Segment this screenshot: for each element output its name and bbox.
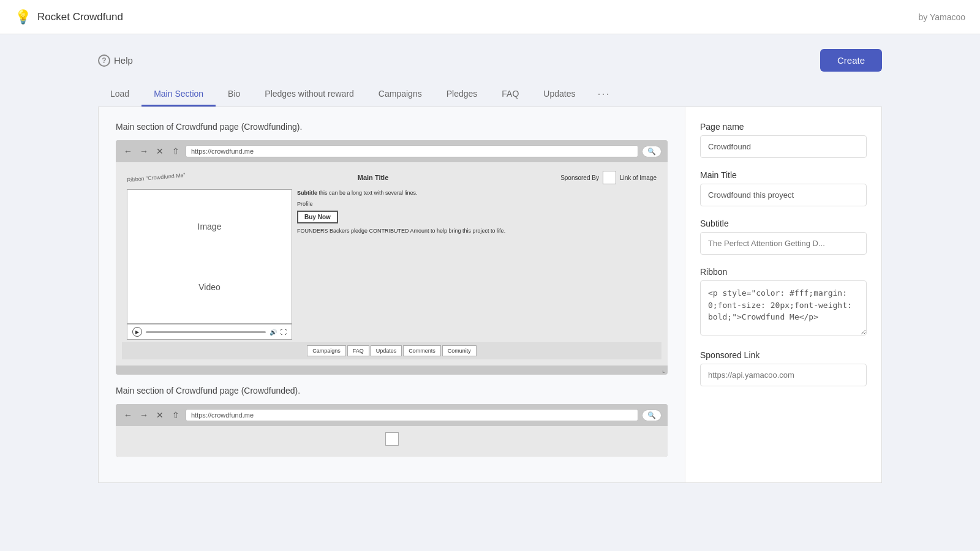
topnav: 💡 Rocket Crowdfund by Yamacoo: [0, 0, 980, 34]
tab-updates[interactable]: Updates: [531, 83, 587, 107]
volume-icon[interactable]: 🔊: [270, 329, 277, 335]
more-tabs-icon[interactable]: ···: [587, 81, 620, 107]
topnav-left: 💡 Rocket Crowdfund: [15, 9, 123, 25]
video-label: Video: [198, 282, 221, 292]
ribbon-label-form: Ribbon: [700, 267, 867, 277]
image-label: Image: [198, 222, 222, 231]
form-group-main-title: Main Title: [700, 170, 867, 206]
back-icon-2[interactable]: ←: [122, 409, 134, 421]
page-name-input[interactable]: [700, 135, 867, 158]
nav-comments[interactable]: Comments: [403, 345, 441, 356]
mockup2-placeholder: [385, 432, 399, 446]
create-button[interactable]: Create: [820, 49, 882, 72]
tabs-row: Load Main Section Bio Pledges without re…: [98, 81, 882, 107]
forward-icon[interactable]: →: [138, 145, 150, 157]
mockup-body: Image Video ▶ 🔊 ⛶: [122, 187, 662, 342]
sponsored-by-label: Sponsored By: [560, 174, 599, 181]
toolbar-row: ? Help Create: [98, 49, 882, 72]
section2-label: Main section of Crowdfund page (Crowdfun…: [116, 386, 668, 395]
browser-search-button[interactable]: 🔍: [642, 146, 662, 157]
browser-toolbar-1: ← → ✕ ⇧ 🔍: [116, 140, 668, 162]
back-icon[interactable]: ←: [122, 145, 134, 157]
browser-url-input[interactable]: [186, 145, 638, 157]
nav-comunity[interactable]: Comunity: [442, 345, 477, 356]
main-title-label: Main Title: [700, 170, 867, 180]
help-label: Help: [114, 55, 133, 66]
left-panel: Main section of Crowdfund page (Crowdfun…: [99, 107, 685, 482]
founders-text: FOUNDERS Backers pledge CONTRIBUTED Amou…: [297, 228, 505, 234]
page-name-label: Page name: [700, 122, 867, 132]
browser-content-1: Ribbon "Crowdfund Me" Main Title Sponsor…: [116, 162, 668, 365]
mockup-header-row: Ribbon "Crowdfund Me" Main Title Sponsor…: [122, 168, 662, 187]
mockup-right: Subtitle this can be a long text with se…: [297, 189, 657, 340]
content-area: Main section of Crowdfund page (Crowdfun…: [98, 107, 882, 483]
close-icon-2[interactable]: ✕: [154, 409, 166, 421]
subtitle-input[interactable]: [700, 232, 867, 255]
subtitle-label: Subtitle: [700, 219, 867, 228]
refresh-icon-2[interactable]: ⇧: [170, 409, 182, 421]
profile-label: Profile: [297, 201, 657, 207]
play-icon[interactable]: ▶: [132, 327, 142, 337]
mockup-image-video-box: Image Video: [127, 189, 292, 324]
brand-label: by Yamacoo: [918, 12, 965, 22]
app-logo-icon: 💡: [15, 9, 31, 25]
section1-label: Main section of Crowdfund page (Crowdfun…: [116, 122, 668, 132]
forward-icon-2[interactable]: →: [138, 409, 150, 421]
form-group-ribbon: Ribbon <p style="color: #fff;margin: 0;f…: [700, 267, 867, 338]
sponsored-box: [603, 171, 616, 184]
subtitle-bold-label: Subtitle: [297, 190, 317, 196]
sponsored-row: Sponsored By Link of Image: [560, 171, 657, 184]
video-controls: ▶ 🔊 ⛶: [127, 324, 292, 340]
tab-pledges[interactable]: Pledges: [434, 83, 490, 107]
link-of-image-label: Link of Image: [620, 174, 657, 181]
tab-faq[interactable]: FAQ: [489, 83, 531, 107]
form-group-page-name: Page name: [700, 122, 867, 158]
ribbon-label: Ribbon "Crowdfund Me": [127, 172, 186, 183]
close-icon[interactable]: ✕: [154, 145, 166, 157]
mockup-inner-1: Ribbon "Crowdfund Me" Main Title Sponsor…: [122, 168, 662, 359]
refresh-icon[interactable]: ⇧: [170, 145, 182, 157]
help-icon: ?: [98, 54, 110, 67]
sponsored-link-input[interactable]: [700, 364, 867, 386]
tab-bio[interactable]: Bio: [216, 83, 252, 107]
nav-updates[interactable]: Updates: [371, 345, 402, 356]
fullscreen-icon[interactable]: ⛶: [281, 329, 287, 335]
resize-handle: ⌞: [116, 365, 668, 375]
form-group-sponsored-link: Sponsored Link: [700, 350, 867, 386]
founders-row: FOUNDERS Backers pledge CONTRIBUTED Amou…: [297, 227, 657, 235]
app-title: Rocket Crowdfund: [37, 11, 123, 23]
buy-now-button[interactable]: Buy Now: [297, 211, 338, 223]
help-button[interactable]: ? Help: [98, 54, 133, 67]
browser-url-input-2[interactable]: [186, 409, 638, 421]
subtitle-text: Subtitle this can be a long text with se…: [297, 189, 657, 197]
tab-main-section[interactable]: Main Section: [141, 83, 216, 107]
main-wrapper: ? Help Create Load Main Section Bio Pled…: [61, 34, 919, 498]
subtitle-body: this can be a long text with several lin…: [317, 190, 418, 196]
tab-pledges-without-reward[interactable]: Pledges without reward: [252, 83, 366, 107]
browser-mockup-1: ← → ✕ ⇧ 🔍 Ribbon "Crowdfund Me" Main Tit…: [116, 140, 668, 375]
mockup-main-title: Main Title: [358, 174, 389, 181]
browser-content-2: [116, 426, 668, 457]
nav-campaigns[interactable]: Campaigns: [307, 345, 346, 356]
ribbon-textarea[interactable]: <p style="color: #fff;margin: 0;font-siz…: [700, 280, 867, 335]
tab-load[interactable]: Load: [98, 83, 141, 107]
nav-faq[interactable]: FAQ: [347, 345, 369, 356]
mockup-nav: Campaigns FAQ Updates Comments Comunity: [122, 342, 662, 359]
browser-mockup-2: ← → ✕ ⇧ 🔍: [116, 404, 668, 457]
tab-campaigns[interactable]: Campaigns: [366, 83, 434, 107]
right-panel: Page name Main Title Subtitle Ribbon <p …: [685, 107, 881, 482]
browser-toolbar-2: ← → ✕ ⇧ 🔍: [116, 404, 668, 426]
main-title-input[interactable]: [700, 184, 867, 206]
form-group-subtitle: Subtitle: [700, 219, 867, 255]
browser-search-button-2[interactable]: 🔍: [642, 410, 662, 421]
sponsored-link-label: Sponsored Link: [700, 350, 867, 360]
